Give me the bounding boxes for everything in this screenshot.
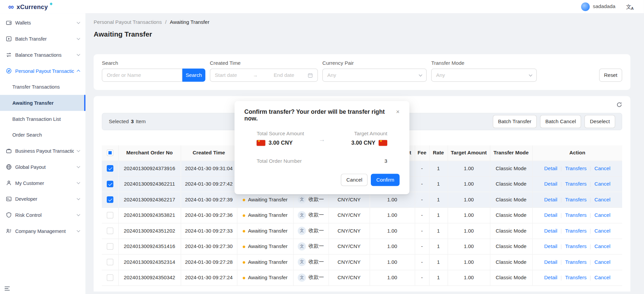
- sidebar-item-label: Balance Transactions: [15, 52, 74, 58]
- sidebar-item-company-management[interactable]: Company Management: [0, 223, 86, 239]
- detail-link[interactable]: Detail: [544, 212, 557, 218]
- search-label: Search: [102, 60, 205, 66]
- row-checkbox[interactable]: [107, 259, 113, 265]
- currency-pair-select[interactable]: Any: [323, 68, 427, 82]
- modal-close-icon[interactable]: ×: [396, 108, 400, 114]
- breadcrumb-parent[interactable]: Personal Payout Transactions: [94, 19, 162, 25]
- created-time-filter-group: Created Time Start date → End date: [210, 60, 318, 82]
- action-divider: [590, 260, 591, 265]
- infinity-logo-icon: ∞: [8, 3, 14, 10]
- detail-link[interactable]: Detail: [544, 275, 557, 281]
- sidebar-collapse-icon[interactable]: [4, 285, 10, 291]
- cancel-link[interactable]: Cancel: [594, 259, 610, 265]
- row-checkbox[interactable]: [107, 165, 113, 172]
- transfers-link[interactable]: Transfers: [565, 165, 587, 171]
- detail-link[interactable]: Detail: [544, 197, 557, 202]
- sidebar-item-business-payout-transactions[interactable]: Business Payout Transactions: [0, 143, 86, 159]
- chevron-down-icon: [77, 229, 80, 232]
- cancel-link[interactable]: Cancel: [594, 244, 610, 249]
- cny-flag-icon: [379, 140, 387, 146]
- row-checkbox[interactable]: [107, 196, 113, 203]
- cancel-link[interactable]: Cancel: [594, 212, 610, 218]
- transfers-link[interactable]: Transfers: [565, 197, 587, 202]
- chevron-down-icon: [419, 73, 422, 77]
- currency-pair-filter-group: Currency Pair Any: [323, 60, 427, 82]
- detail-link[interactable]: Detail: [544, 259, 557, 265]
- fee-cell: -: [415, 176, 429, 192]
- transfer-mode-select[interactable]: Any: [431, 68, 537, 82]
- row-checkbox[interactable]: [107, 181, 113, 187]
- sidebar-item-batch-transfer[interactable]: Batch Transfer: [0, 31, 86, 47]
- user-avatar[interactable]: [581, 2, 590, 11]
- currency-pair-cell: CNY/CNY: [329, 207, 369, 223]
- payee-cell: 文收款一: [293, 270, 329, 286]
- row-checkbox[interactable]: [107, 228, 113, 234]
- refresh-icon[interactable]: [616, 102, 622, 107]
- column-header-1: Merchant Order No: [118, 145, 181, 160]
- reset-button[interactable]: Reset: [599, 68, 622, 82]
- detail-link[interactable]: Detail: [544, 244, 557, 249]
- sidebar-item-label: Developer: [15, 196, 74, 202]
- source-amount-cell: 1.00: [369, 223, 415, 239]
- created-time-range-picker[interactable]: Start date → End date: [210, 68, 318, 82]
- cancel-link[interactable]: Cancel: [594, 197, 610, 202]
- batch-transfer-button[interactable]: Batch Transfer: [493, 115, 537, 128]
- sidebar-item-wallets[interactable]: Wallets: [0, 15, 86, 31]
- table-row: 202401300924351202 2024-01-30 09:27:33 A…: [102, 223, 622, 239]
- action-cell: DetailTransfersCancel: [532, 223, 622, 239]
- cancel-link[interactable]: Cancel: [594, 228, 610, 234]
- payee-cell: 文收款一: [293, 254, 329, 270]
- sidebar-item-global-payout[interactable]: Global Payout: [0, 159, 86, 175]
- deselect-button[interactable]: Deselect: [585, 115, 615, 128]
- transfers-link[interactable]: Transfers: [565, 275, 587, 281]
- action-divider: [590, 166, 591, 171]
- sidebar-item-my-customer[interactable]: My Customer: [0, 175, 86, 191]
- app-viewport: ∞ xCurrency sadadada 文A Wallets Batch Tr…: [0, 0, 644, 294]
- detail-link[interactable]: Detail: [544, 165, 557, 171]
- row-checkbox[interactable]: [107, 274, 113, 281]
- sidebar-item-risk-control[interactable]: Risk Control: [0, 207, 86, 223]
- row-checkbox[interactable]: [107, 243, 113, 250]
- sidebar-subitem-transfer-transactions[interactable]: Transfer Transactions: [0, 79, 86, 95]
- target-amount-cell: 1.00: [448, 239, 490, 254]
- sidebar-item-balance-transactions[interactable]: Balance Transactions: [0, 47, 86, 63]
- sidebar-subitem-order-search[interactable]: Order Search: [0, 127, 86, 143]
- cancel-link[interactable]: Cancel: [594, 165, 610, 171]
- cny-flag-icon: [257, 140, 265, 146]
- fee-cell: -: [415, 192, 429, 207]
- search-button[interactable]: Search: [182, 68, 205, 82]
- detail-link[interactable]: Detail: [544, 181, 557, 187]
- transfers-link[interactable]: Transfers: [565, 212, 587, 218]
- transfers-link[interactable]: Transfers: [565, 259, 587, 265]
- target-amount-value-row: 3.00 CNY: [351, 140, 387, 146]
- total-order-number-label: Total Order Number: [257, 158, 302, 164]
- transfers-link[interactable]: Transfers: [565, 244, 587, 249]
- select-all-checkbox[interactable]: [107, 150, 113, 156]
- cancel-link[interactable]: Cancel: [594, 275, 610, 281]
- sidebar-item-personal-payout-transactions[interactable]: Personal Payout Transactions: [0, 63, 86, 79]
- batch-cancel-button[interactable]: Batch Cancel: [540, 115, 581, 128]
- modal-confirm-button[interactable]: Confirm: [371, 174, 399, 186]
- sidebar-subitem-awaiting-transfer[interactable]: Awaiting Transfer: [0, 95, 86, 111]
- risk-control-icon: [6, 212, 12, 218]
- sidebar-item-label: Risk Control: [15, 212, 74, 218]
- sidebar-subitem-batch-transaction-list[interactable]: Batch Transaction List: [0, 111, 86, 127]
- status-dot: [243, 199, 245, 201]
- transfers-link[interactable]: Transfers: [565, 181, 587, 187]
- transfers-link[interactable]: Transfers: [565, 228, 587, 234]
- search-placeholder: Order or Name: [107, 72, 141, 78]
- detail-link[interactable]: Detail: [544, 228, 557, 234]
- language-switch-icon[interactable]: 文A: [626, 4, 634, 9]
- brand-logo[interactable]: ∞ xCurrency: [8, 3, 53, 10]
- sidebar: Wallets Batch Transfer Balance Transacti…: [0, 13, 86, 294]
- modal-cancel-button[interactable]: Cancel: [341, 174, 367, 186]
- payee-avatar: 文: [298, 274, 306, 282]
- row-checkbox[interactable]: [107, 212, 113, 218]
- sidebar-item-developer[interactable]: Developer: [0, 191, 86, 207]
- status-dot: [243, 277, 245, 279]
- cancel-link[interactable]: Cancel: [594, 181, 610, 187]
- user-name[interactable]: sadadada: [593, 4, 615, 9]
- target-amount-cell: 1.00: [448, 160, 490, 176]
- search-input[interactable]: Order or Name: [102, 68, 182, 82]
- table-row: 202401300924351416 2024-01-30 09:27:30 A…: [102, 239, 622, 254]
